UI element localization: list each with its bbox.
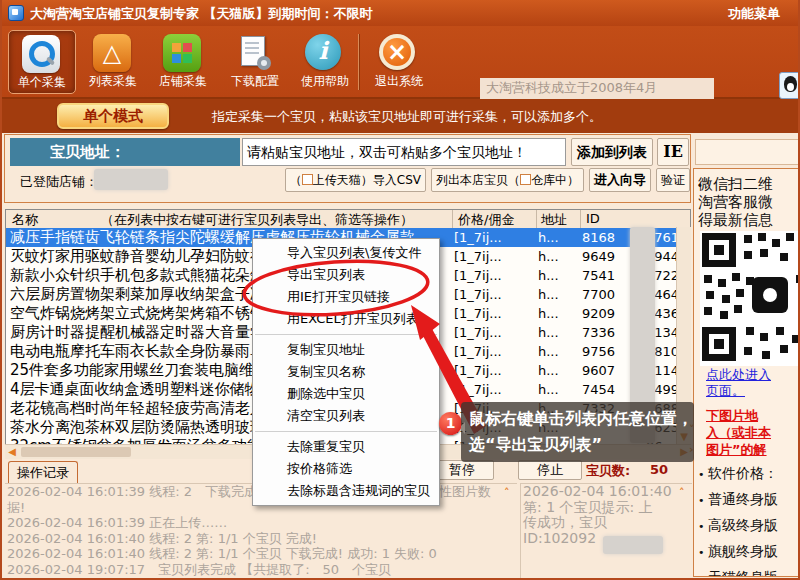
col-name: 名称 — [12, 211, 38, 229]
log-line: 】 — [5, 577, 517, 578]
verify-button[interactable]: 验证 — [656, 168, 690, 192]
menu-item[interactable]: 清空宝贝列表 — [253, 405, 439, 427]
upload-tmall-import-csv-button[interactable]: （上传天猫）导入CSV — [285, 168, 426, 192]
price-cell: [1_7ij... — [454, 304, 534, 323]
toolbar-separator — [358, 34, 359, 90]
sidebar-line[interactable]: 点此处进入 — [706, 367, 771, 383]
price-cell: [1_7ij... — [454, 285, 534, 304]
menu-item[interactable]: 用IE打开宝贝链接 — [253, 286, 439, 308]
item-count-value: 50 — [650, 462, 668, 477]
scroll-up-icon[interactable]: ˄ — [679, 486, 685, 499]
sidebar-line[interactable]: 下图片地 — [706, 407, 771, 424]
id-cell: 9649 — [582, 247, 626, 266]
shop-grid-icon — [163, 34, 203, 72]
menu-item[interactable]: 用EXCEL打开宝贝列表 — [253, 308, 439, 330]
menu-item[interactable]: 去除重复宝贝 — [253, 436, 439, 458]
annotation-tooltip: 鼠标右键单击列表内任意位置， 选“导出宝贝列表” — [461, 402, 694, 462]
toolbar-button-download-config[interactable]: 下载配置 — [222, 30, 288, 92]
item-url-label: 宝贝地址： — [10, 138, 240, 166]
log-line: 2026-02-04 16:01:40 — [521, 484, 692, 500]
toolbar-button-list-collect[interactable]: △ 列表采集 — [80, 30, 146, 92]
sidebar-line: 微信扫二维 — [698, 175, 773, 193]
censor-blur — [603, 536, 663, 554]
menu-item[interactable]: 复制宝贝名称 — [253, 361, 439, 383]
toolbar-button-exit[interactable]: 退出系统 — [366, 30, 432, 92]
addr-cell: h... — [538, 228, 578, 247]
id-cell: 7336 — [582, 323, 626, 342]
sidebar-link[interactable]: 点此处进入页面。 — [706, 367, 771, 399]
toolbar: 单个采集 △ 列表采集 店铺采集 下载配置 i 使用帮助 退出系统 — [2, 26, 800, 99]
addr-cell: h... — [538, 285, 578, 304]
sidebar: •微信扫二维淘营客服微得最新信息 — [693, 168, 800, 577]
menu-item[interactable]: 复制宝贝地址 — [253, 339, 439, 361]
exit-icon — [379, 34, 419, 72]
price-cell: [1_7ij... — [454, 380, 534, 399]
log-line: 2026-02-04 19:07:17 宝贝列表完成 【共提取了: 50 个宝贝 — [5, 562, 517, 578]
menu-item[interactable]: 删除选中宝贝 — [253, 383, 439, 405]
document-gear-icon — [235, 34, 275, 72]
scroll-left-icon[interactable]: ◀ — [5, 445, 19, 459]
single-mode-button[interactable]: 单个模式 — [57, 103, 169, 129]
col-addr: 地址 — [541, 211, 567, 229]
id-cell: 9756 — [582, 342, 626, 361]
menu-item[interactable]: 导入宝贝列表\复传文件 — [253, 242, 439, 264]
col-price: 价格/佣金 — [458, 211, 514, 229]
item-count-label: 宝贝数: — [586, 462, 630, 480]
ie-button[interactable]: IE — [657, 138, 689, 166]
addr-cell: h... — [538, 304, 578, 323]
step-1-badge: 1 — [439, 412, 462, 435]
sidebar-red-link[interactable]: 下图片地入（或非本图片”的解 — [706, 407, 771, 458]
info-icon: i — [305, 34, 345, 72]
toolbar-button-shop-collect[interactable]: 店铺采集 — [150, 30, 216, 92]
qr-code-image — [700, 231, 800, 366]
sidebar-line: 普通终身版 — [698, 487, 778, 513]
addr-cell: h... — [538, 247, 578, 266]
scroll-up-icon[interactable]: ˄ — [504, 486, 510, 499]
sidebar-line[interactable]: 入（或非本 — [706, 424, 771, 441]
sidebar-price-list: 软件价格：普通终身版高级终身版旗舰终身版天猫终身版 — [698, 461, 778, 577]
addr-cell: h... — [538, 361, 578, 380]
upload-tmall-checkbox[interactable] — [302, 174, 313, 185]
function-menu-button[interactable]: 功能菜单 — [728, 5, 780, 23]
toolbar-button-help[interactable]: i 使用帮助 — [292, 30, 358, 92]
context-menu: 导入宝贝列表\复传文件导出宝贝列表用IE打开宝贝链接用EXCEL打开宝贝列表复制… — [252, 238, 440, 506]
sidebar-line: 旗舰终身版 — [698, 539, 778, 565]
id-cell: 8168 — [582, 228, 626, 247]
menu-item[interactable]: 按价格筛选 — [253, 458, 439, 480]
triangle-icon: △ — [93, 34, 133, 72]
scrollbar-thumb[interactable] — [21, 447, 131, 457]
addr-cell: h... — [538, 266, 578, 285]
magnifier-icon — [22, 35, 62, 73]
enter-wizard-button[interactable]: 进入向导 — [589, 168, 651, 192]
menu-separator — [255, 431, 437, 432]
company-info-line1: 大淘营科技成立于2008年4月 — [486, 79, 708, 97]
sidebar-line[interactable]: 页面。 — [706, 383, 771, 399]
list-shop-items-button[interactable]: 列出本店宝贝（仓库中） — [431, 168, 584, 192]
item-url-input[interactable]: 请粘贴宝贝地址，双击可粘贴多个宝贝地址！ — [242, 138, 566, 166]
log-line: 传成功，宝贝 — [521, 515, 692, 531]
app-icon — [8, 5, 24, 21]
window-title: 大淘营淘宝店铺宝贝复制专家 【天猫版】到期时间：不限时 — [30, 5, 373, 23]
price-cell: [1_7ij... — [454, 342, 534, 361]
sidebar-line[interactable]: 图片”的解 — [706, 441, 771, 458]
warehouse-checkbox[interactable] — [520, 174, 531, 185]
menu-separator — [255, 334, 437, 335]
qq-penguin-icon[interactable] — [779, 72, 800, 99]
menu-item[interactable]: 导出宝贝列表 — [253, 264, 439, 286]
table-header: 名称 （在列表中按右键可进行宝贝列表导出、筛选等操作） 价格/佣金 地址 ID — [6, 210, 690, 228]
mode-bar: 单个模式 指定采集一个宝贝，粘贴该宝贝地址即可进行采集，可以添加多个。 — [2, 99, 800, 133]
add-to-list-button[interactable]: 添加到列表 — [571, 138, 653, 166]
log-line: 2026-02-04 16:01:40 线程: 2 第: 1/1 个宝贝 下载完… — [5, 546, 517, 562]
app-window: 大淘营淘宝店铺宝贝复制专家 【天猫版】到期时间：不限时 功能菜单 单个采集 △ … — [0, 0, 800, 580]
id-cell: 7454 — [582, 380, 626, 399]
annotation-line2: 选“导出宝贝列表” — [469, 432, 686, 458]
toolbar-button-single-collect[interactable]: 单个采集 — [8, 30, 76, 94]
addr-cell: h... — [538, 323, 578, 342]
stop-button[interactable]: 停止 — [518, 460, 582, 480]
sidebar-line: 天猫终身版 — [698, 565, 778, 577]
tab-operation-log[interactable]: 操作记录 — [8, 461, 78, 483]
sidebar-top-box — [695, 139, 799, 165]
id-cell: 9607 — [582, 361, 626, 380]
title-bar: 大淘营淘宝店铺宝贝复制专家 【天猫版】到期时间：不限时 功能菜单 — [2, 0, 800, 26]
menu-item[interactable]: 去除标题含违规词的宝贝 — [253, 480, 439, 502]
